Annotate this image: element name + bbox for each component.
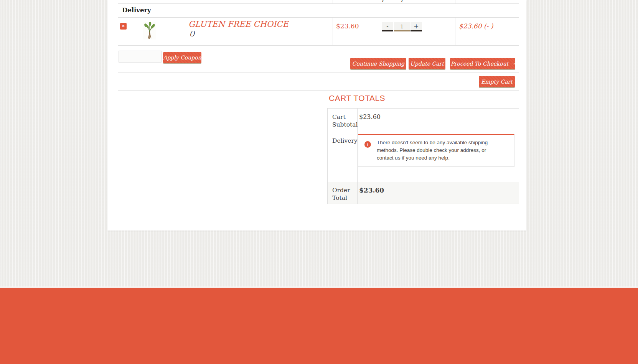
delivery-label: Delivery — [332, 137, 356, 145]
cart-totals-table: Cart Subtotal $23.60 Delivery i There do… — [327, 108, 519, 204]
clipped-glyph: } — [400, 0, 404, 3]
cart-actions-row: Apply Coupon Continue Shopping Update Ca… — [118, 46, 519, 72]
plant-image — [143, 22, 156, 40]
continue-shopping-button[interactable]: Continue Shopping — [350, 58, 406, 69]
clipped-previous-row: { } — [118, 0, 519, 4]
remove-item-button[interactable]: ✕ — [120, 23, 127, 30]
column-divider — [455, 0, 455, 3]
cart-group-header-row: Delivery — [118, 4, 519, 18]
item-price: $23.60 — [336, 22, 359, 30]
subtotal-label: Cart Subtotal — [332, 113, 356, 128]
coupon-input[interactable] — [119, 51, 162, 63]
column-divider — [378, 0, 378, 3]
product-name-link[interactable]: GLUTEN FREE CHOICE — [188, 20, 289, 29]
group-header-label: Delivery — [122, 7, 151, 14]
column-divider — [378, 18, 378, 45]
empty-cart-button[interactable]: Empty Cart — [479, 76, 515, 87]
order-total-row-background — [328, 182, 519, 204]
column-divider — [455, 18, 455, 45]
cart-totals-title: CART TOTALS — [329, 94, 385, 103]
product-meta: () — [190, 30, 195, 37]
update-cart-button[interactable]: Update Cart — [409, 58, 445, 69]
order-total-value: $23.60 — [359, 186, 384, 194]
qty-decrease-button[interactable]: - — [382, 22, 393, 31]
qty-input[interactable] — [394, 22, 410, 31]
apply-coupon-button[interactable]: Apply Coupon — [163, 52, 201, 63]
empty-cart-row: Empty Cart — [118, 72, 519, 90]
quantity-stepper: - + — [382, 22, 422, 31]
item-total: $23.60 (- ) — [459, 22, 493, 30]
column-divider — [333, 18, 333, 45]
cart-table: { } Delivery ✕ — [118, 0, 519, 91]
subtotal-value: $23.60 — [359, 113, 381, 120]
page: { } Delivery ✕ — [0, 0, 638, 364]
column-divider — [333, 0, 333, 3]
product-thumbnail[interactable] — [143, 22, 156, 40]
shipping-notice-box: i There doesn't seem to be any available… — [358, 134, 514, 167]
qty-increase-button[interactable]: + — [410, 22, 422, 31]
row-divider — [328, 182, 519, 182]
proceed-to-checkout-button[interactable]: Proceed To Checkout → — [450, 58, 515, 69]
row-divider — [328, 131, 357, 131]
footer: LOCATION 844-4TOTPOT info@totpot.com 143… — [0, 288, 638, 364]
clipped-glyph: { — [381, 0, 385, 3]
order-total-label: Order Total — [332, 186, 356, 202]
shipping-notice-text: There doesn't seem to be any available s… — [377, 139, 496, 162]
info-icon: i — [364, 141, 371, 148]
cart-item-row: ✕ — [118, 18, 519, 46]
